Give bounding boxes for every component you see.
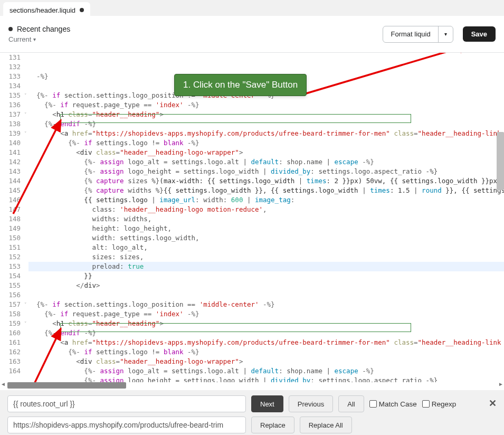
recent-changes-label: Recent changes xyxy=(17,25,70,33)
recent-changes-row: Recent changes xyxy=(8,25,70,33)
replace-button[interactable]: Replace xyxy=(251,417,294,433)
format-liquid-label: Format liquid xyxy=(383,26,438,42)
version-label: Current xyxy=(8,35,31,43)
checkbox-icon xyxy=(422,400,430,408)
close-icon[interactable]: ✕ xyxy=(489,398,497,409)
format-liquid-button[interactable]: Format liquid ▾ xyxy=(383,26,453,43)
find-replace-bar: ✕ Next Previous All Match Case Regexp Re… xyxy=(0,390,504,435)
chevron-down-icon[interactable]: ▾ xyxy=(438,26,453,42)
checkbox-icon xyxy=(369,400,377,408)
search-input[interactable] xyxy=(7,395,246,412)
all-button[interactable]: All xyxy=(338,395,364,412)
horizontal-scrollbar-thumb[interactable] xyxy=(7,382,126,389)
change-dot-icon xyxy=(8,27,13,31)
find-row: Next Previous All Match Case Regexp xyxy=(7,395,497,412)
header-left: Recent changes Current ▾ xyxy=(8,25,70,43)
replace-input[interactable] xyxy=(7,417,246,433)
version-dropdown[interactable]: Current ▾ xyxy=(8,35,70,43)
header-right: Format liquid ▾ Save xyxy=(383,26,496,43)
regexp-label: Regexp xyxy=(432,400,457,408)
previous-button[interactable]: Previous xyxy=(289,395,334,412)
unsaved-dot-icon xyxy=(80,8,84,12)
replace-all-button[interactable]: Replace All xyxy=(300,417,352,433)
save-button[interactable]: Save xyxy=(463,26,496,42)
file-tab[interactable]: sections/header.liquid xyxy=(3,2,90,16)
replace-row: Replace Replace All xyxy=(7,417,497,433)
tab-filename: sections/header.liquid xyxy=(9,6,75,14)
match-case-checkbox[interactable]: Match Case xyxy=(369,400,417,408)
line-gutter: 1311321331341351361371381391401411421431… xyxy=(0,53,28,382)
code-editor[interactable]: 1311321331341351361371381391401411421431… xyxy=(0,53,504,382)
scroll-right-icon[interactable]: ► xyxy=(498,381,504,387)
match-case-label: Match Case xyxy=(379,400,417,408)
next-button[interactable]: Next xyxy=(251,395,283,412)
regexp-checkbox[interactable]: Regexp xyxy=(422,400,457,408)
annotation-callout: 1. Click on the "Save" Button xyxy=(174,74,307,96)
tab-bar: sections/header.liquid xyxy=(0,0,504,16)
vertical-scrollbar-thumb[interactable] xyxy=(497,132,504,190)
chevron-down-icon: ▾ xyxy=(33,36,36,42)
horizontal-scrollbar[interactable]: ◄ ► xyxy=(0,382,504,390)
header-strip: Recent changes Current ▾ Format liquid ▾… xyxy=(0,16,504,53)
code-area[interactable]: -%} {%- if section.settings.logo_positio… xyxy=(28,53,504,382)
scroll-left-icon[interactable]: ◄ xyxy=(0,381,6,387)
